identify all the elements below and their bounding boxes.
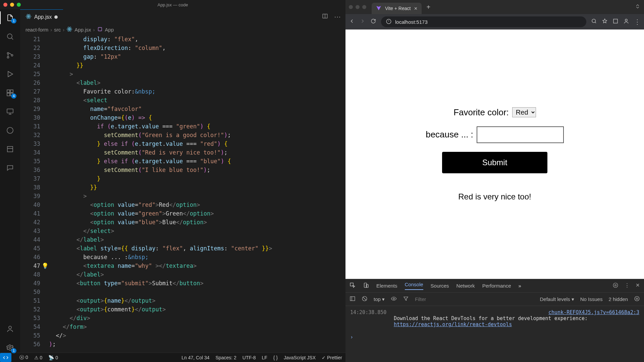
- tab-title: Vite + React: [385, 6, 411, 11]
- console-output[interactable]: 14:20:38.850 chunk-REFQX4J5.js?v=661468a…: [345, 306, 644, 362]
- zoom-icon[interactable]: [591, 18, 597, 25]
- warning-count[interactable]: ⚠ 0: [34, 355, 43, 360]
- filter-input[interactable]: [415, 296, 479, 302]
- bookmark-star-icon[interactable]: [602, 18, 608, 25]
- address-bar[interactable]: localhost:5173: [381, 16, 586, 27]
- more-actions-icon[interactable]: ⋯: [334, 13, 341, 21]
- window-title: App.jsx — code: [0, 2, 345, 7]
- because-row: because ... :: [426, 126, 564, 143]
- log-levels-selector[interactable]: Default levels ▾: [540, 296, 574, 302]
- extensions-icon[interactable]: 4: [5, 88, 15, 98]
- encoding[interactable]: UTF-8: [243, 355, 256, 360]
- maximize-window-button[interactable]: [362, 5, 366, 9]
- svg-point-18: [69, 28, 70, 29]
- code-content[interactable]: display: "flex", flexDirection: "column"…: [49, 35, 345, 353]
- run-debug-icon[interactable]: [5, 69, 15, 79]
- devtools-tab-console[interactable]: Console: [405, 282, 423, 290]
- svg-point-12: [9, 347, 11, 349]
- indentation[interactable]: Spaces: 2: [216, 355, 236, 360]
- vscode-titlebar: App.jsx — code: [0, 0, 345, 9]
- sidebar-toggle-icon[interactable]: [350, 296, 356, 303]
- forward-icon[interactable]: [360, 18, 366, 25]
- breadcrumb[interactable]: react-form › src › App.jsx › App: [20, 24, 345, 35]
- expand-icon[interactable]: [635, 3, 641, 11]
- submit-button[interactable]: Submit: [442, 152, 548, 173]
- console-toolbar: top ▾ Default levels ▾ No Issues 2 hidde…: [345, 293, 644, 306]
- devtools-tab-elements[interactable]: Elements: [376, 283, 397, 289]
- back-icon[interactable]: [349, 18, 355, 25]
- close-tab-icon[interactable]: ✕: [414, 6, 418, 11]
- profile-icon[interactable]: [623, 18, 629, 25]
- language-mode[interactable]: JavaScript JSX: [284, 355, 316, 360]
- svg-rect-25: [613, 19, 618, 23]
- svg-point-36: [635, 296, 639, 301]
- browser-titlebar: Vite + React ✕ +: [345, 0, 644, 14]
- extensions-badge: 4: [11, 94, 16, 99]
- breadcrumb-item[interactable]: App.jsx: [74, 27, 91, 33]
- source-control-icon[interactable]: [5, 50, 15, 60]
- console-prompt-icon[interactable]: ›: [350, 334, 639, 340]
- menu-dots-icon[interactable]: ⋮: [634, 18, 641, 26]
- tab-app-jsx[interactable]: App.jsx: [20, 9, 63, 24]
- clear-console-icon[interactable]: [362, 296, 368, 303]
- extensions-puzzle-icon[interactable]: [612, 18, 619, 25]
- eol[interactable]: LF: [262, 355, 267, 360]
- why-textarea[interactable]: [477, 126, 564, 143]
- settings-gear-icon[interactable]: 1: [5, 343, 15, 353]
- svg-point-2: [7, 57, 9, 58]
- code-editor[interactable]: 2122232425262728293031323334353637383940…: [20, 35, 345, 353]
- explorer-icon[interactable]: 1: [5, 13, 15, 23]
- hidden-count[interactable]: 2 hidden: [608, 296, 628, 302]
- devtools-close-icon[interactable]: ✕: [636, 282, 640, 289]
- account-icon[interactable]: [5, 324, 15, 334]
- app-form: Favorite color: Red because ... : Submit…: [345, 29, 644, 279]
- log-link[interactable]: https://reactjs.org/link/react-devtools: [394, 321, 512, 327]
- site-info-icon[interactable]: [386, 18, 392, 25]
- remote-explorer-icon[interactable]: [5, 107, 15, 117]
- symbol-icon: [97, 26, 103, 33]
- filter-icon: [403, 296, 409, 303]
- devtools-menu-icon[interactable]: ⋮: [625, 282, 630, 289]
- close-window-button[interactable]: [349, 5, 353, 9]
- prettier-status[interactable]: ✓ Prettier: [322, 355, 342, 360]
- react-file-icon: [25, 13, 32, 21]
- devtools-settings-icon[interactable]: [612, 282, 619, 289]
- extra-panel-icon[interactable]: [5, 144, 15, 154]
- browser-tab[interactable]: Vite + React ✕: [372, 3, 422, 14]
- devtools-tab-performance[interactable]: Performance: [482, 283, 511, 289]
- devtools-tab-sources[interactable]: Sources: [431, 283, 449, 289]
- cursor-position[interactable]: Ln 47, Col 34: [181, 355, 209, 360]
- log-source-link[interactable]: chunk-REFQX4J5.js?v=661468a2:3: [548, 309, 639, 315]
- console-settings-icon[interactable]: [634, 296, 640, 303]
- minimize-window-button[interactable]: [356, 5, 360, 9]
- browser-traffic-lights: [349, 5, 366, 9]
- because-label: because ... :: [426, 129, 473, 140]
- error-count[interactable]: ⓧ 0: [19, 355, 28, 361]
- breadcrumb-item[interactable]: src: [54, 27, 61, 33]
- more-tabs-icon[interactable]: »: [519, 283, 521, 289]
- device-toggle-icon[interactable]: [363, 282, 369, 289]
- svg-point-34: [393, 298, 395, 300]
- tab-label: App.jsx: [34, 14, 52, 20]
- testing-icon[interactable]: [5, 125, 15, 135]
- reload-icon[interactable]: [370, 18, 376, 25]
- search-icon[interactable]: [5, 32, 15, 42]
- comments-icon[interactable]: [5, 163, 15, 173]
- svg-point-24: [592, 19, 596, 23]
- devtools-tab-network[interactable]: Network: [457, 283, 475, 289]
- activity-bar: 1 4: [0, 9, 20, 353]
- favorite-color-select[interactable]: Red: [512, 107, 536, 117]
- remote-indicator[interactable]: [0, 353, 11, 362]
- inspect-element-icon[interactable]: [350, 282, 356, 289]
- new-tab-button[interactable]: +: [424, 3, 433, 11]
- ports-count[interactable]: 📡 0: [48, 355, 58, 360]
- devtools-panel: Elements Console Sources Network Perform…: [345, 279, 644, 362]
- breadcrumb-item[interactable]: react-form: [25, 27, 48, 33]
- context-selector[interactable]: top ▾: [374, 296, 385, 302]
- split-editor-icon[interactable]: [322, 13, 328, 20]
- live-expression-icon[interactable]: [391, 296, 397, 303]
- favorite-color-row: Favorite color: Red: [453, 107, 536, 118]
- breadcrumb-item[interactable]: App: [105, 27, 114, 33]
- issues-indicator[interactable]: No Issues: [580, 296, 603, 302]
- explorer-badge: 1: [11, 18, 16, 23]
